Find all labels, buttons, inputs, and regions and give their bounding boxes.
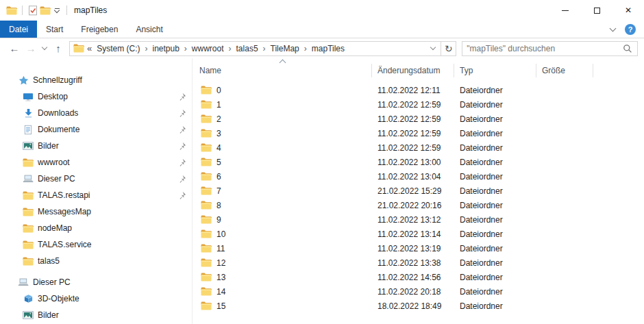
table-row[interactable]: 12 11.02.2022 13:38 Dateiordner xyxy=(193,256,644,270)
breadcrumb-collapsed-prefix[interactable]: « xyxy=(86,43,95,53)
folder-icon xyxy=(201,114,212,123)
file-type: Dateiordner xyxy=(454,172,536,182)
document-icon xyxy=(23,124,34,135)
breadcrumb: System (C:)›inetpub›wwwroot›talas5›TileM… xyxy=(95,44,347,53)
file-type: Dateiordner xyxy=(454,287,536,297)
file-modified: 11.02.2022 13:12 xyxy=(372,215,454,225)
file-modified: 11.02.2022 12:59 xyxy=(372,129,454,138)
table-row[interactable]: 11 11.02.2022 13:19 Dateiordner xyxy=(193,241,644,256)
forward-button[interactable]: → xyxy=(23,40,39,57)
help-icon[interactable]: ? xyxy=(625,24,636,35)
file-name: 12 xyxy=(216,258,225,268)
address-dropdown-button[interactable] xyxy=(425,42,441,55)
sidebar-item-nodemap[interactable]: nodeMap xyxy=(0,220,192,236)
pin-icon xyxy=(177,142,186,151)
folder-icon xyxy=(23,206,34,217)
folder-icon xyxy=(23,190,34,201)
sidebar-item-dieser-pc[interactable]: Dieser PC xyxy=(0,171,192,187)
file-name: 8 xyxy=(216,201,221,210)
minimize-button[interactable] xyxy=(549,0,581,21)
file-modified: 11.02.2022 14:56 xyxy=(372,273,454,282)
sidebar-item-talas-service[interactable]: TALAS.service xyxy=(0,236,192,253)
sidebar-item-3d-objekte[interactable]: 3D-Objekte xyxy=(0,290,192,307)
sidebar-item-downloads[interactable]: Downloads xyxy=(0,105,192,121)
tab-datei[interactable]: Datei xyxy=(0,21,37,38)
expand-ribbon-chevron-icon[interactable] xyxy=(610,25,617,32)
column-header-modified[interactable]: Änderungsdatum xyxy=(372,64,454,77)
file-name: 1 xyxy=(216,100,221,110)
sidebar-item-bilder[interactable]: Bilder xyxy=(0,138,192,154)
pictures-icon xyxy=(23,310,34,321)
file-name: 0 xyxy=(216,86,221,95)
up-button[interactable]: ↑ xyxy=(50,40,66,57)
table-row[interactable]: 1 11.02.2022 12:59 Dateiordner xyxy=(193,97,644,112)
search-icon[interactable] xyxy=(622,44,633,53)
table-row[interactable]: 9 11.02.2022 13:12 Dateiordner xyxy=(193,212,644,227)
sidebar-item-bilder[interactable]: Bilder xyxy=(0,307,192,323)
file-modified: 11.02.2022 13:00 xyxy=(372,158,454,167)
recent-locations-dropdown[interactable] xyxy=(39,40,50,57)
table-row[interactable]: 6 11.02.2022 13:04 Dateiordner xyxy=(193,169,644,184)
table-row[interactable]: 4 11.02.2022 12:59 Dateiordner xyxy=(193,140,644,155)
table-row[interactable]: 7 21.02.2022 15:29 Dateiordner xyxy=(193,184,644,198)
sidebar-item-wwwroot[interactable]: wwwroot xyxy=(0,154,192,171)
qat-new-folder-icon[interactable] xyxy=(39,5,51,16)
file-name: 3 xyxy=(216,129,221,138)
folder-icon xyxy=(201,244,212,253)
file-type: Dateiordner xyxy=(454,186,536,196)
qat-customize-dropdown[interactable] xyxy=(51,8,62,12)
maximize-button[interactable] xyxy=(581,0,612,21)
table-row[interactable]: 13 11.02.2022 14:56 Dateiordner xyxy=(193,270,644,284)
file-name: 13 xyxy=(216,273,225,282)
titlebar-separator xyxy=(22,5,23,15)
qat-properties-icon[interactable] xyxy=(27,5,39,16)
titlebar: mapTiles ✕ xyxy=(0,0,644,21)
sort-ascending-icon xyxy=(193,60,372,65)
sidebar-item-dieser-pc[interactable]: Dieser PC xyxy=(0,274,192,290)
file-modified: 21.02.2022 15:29 xyxy=(372,186,454,196)
sidebar-item-schnellzugriff[interactable]: Schnellzugriff xyxy=(0,72,192,88)
file-name: 4 xyxy=(216,143,221,153)
close-button[interactable]: ✕ xyxy=(612,0,644,21)
pin-icon xyxy=(177,191,186,200)
file-type: Dateiordner xyxy=(454,86,536,95)
file-type: Dateiordner xyxy=(454,114,536,124)
sidebar-item-dokumente[interactable]: Dokumente xyxy=(0,121,192,138)
table-row[interactable]: 15 18.02.2022 18:49 Dateiordner xyxy=(193,299,644,313)
breadcrumb-segment[interactable]: mapTiles xyxy=(310,44,347,53)
tab-start[interactable]: Start xyxy=(37,21,72,38)
table-row[interactable]: 5 11.02.2022 13:00 Dateiordner xyxy=(193,155,644,169)
file-modified: 11.02.2022 12:59 xyxy=(372,100,454,110)
breadcrumb-segment[interactable]: talas5 xyxy=(234,44,260,53)
sidebar-item-talas5[interactable]: talas5 xyxy=(0,253,192,269)
table-row[interactable]: 3 11.02.2022 12:59 Dateiordner xyxy=(193,126,644,140)
file-modified: 18.02.2022 18:49 xyxy=(372,301,454,311)
file-name: 15 xyxy=(216,301,225,311)
back-button[interactable]: ← xyxy=(6,40,23,57)
column-header-size[interactable]: Größe xyxy=(536,64,593,77)
folder-icon xyxy=(201,172,212,181)
file-type: Dateiordner xyxy=(454,143,536,153)
table-row[interactable]: 10 11.02.2022 13:14 Dateiordner xyxy=(193,227,644,241)
breadcrumb-segment[interactable]: System (C:) xyxy=(95,44,142,53)
folder-icon xyxy=(23,223,34,234)
refresh-button[interactable]: ↻ xyxy=(441,42,456,55)
sidebar-item-desktop[interactable]: Desktop xyxy=(0,88,192,105)
file-type: Dateiordner xyxy=(454,215,536,225)
table-row[interactable]: 2 11.02.2022 12:59 Dateiordner xyxy=(193,112,644,126)
sidebar-item-messagesmap[interactable]: MessagesMap xyxy=(0,203,192,220)
address-bar[interactable]: « System (C:)›inetpub›wwwroot›talas5›Til… xyxy=(69,41,456,56)
sidebar-item-talas-restapi[interactable]: TALAS.restapi xyxy=(0,187,192,203)
breadcrumb-segment[interactable]: inetpub xyxy=(150,44,181,53)
tab-freigeben[interactable]: Freigeben xyxy=(72,21,127,38)
search-input[interactable] xyxy=(467,44,622,53)
column-header-type[interactable]: Typ xyxy=(454,64,536,77)
table-row[interactable]: 0 11.02.2022 12:11 Dateiordner xyxy=(193,83,644,97)
breadcrumb-segment[interactable]: TileMap xyxy=(269,44,301,53)
breadcrumb-segment[interactable]: wwwroot xyxy=(190,44,226,53)
table-row[interactable]: 8 21.02.2022 20:16 Dateiordner xyxy=(193,198,644,212)
table-row[interactable]: 14 11.02.2022 20:18 Dateiordner xyxy=(193,284,644,299)
file-modified: 21.02.2022 20:16 xyxy=(372,201,454,210)
tab-ansicht[interactable]: Ansicht xyxy=(127,21,171,38)
file-type: Dateiordner xyxy=(454,258,536,268)
